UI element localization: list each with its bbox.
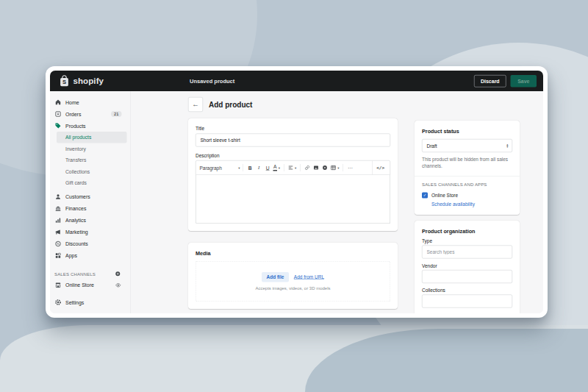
add-sales-channel-icon[interactable] [115,271,121,278]
italic-button[interactable]: I [254,163,263,173]
text-color-swatch [273,170,278,171]
link-icon [304,165,310,171]
product-organization-heading: Product organization [422,228,512,234]
toolbar-divider [343,164,343,171]
sales-channels-apps-header: SALES CHANNELS AND APPS [422,182,512,187]
media-heading: Media [196,250,390,256]
sidebar-item-customers[interactable]: Customers [50,191,131,203]
text-color-button[interactable]: A ▾ [272,163,281,173]
sidebar-item-collections[interactable]: Collections [57,166,127,178]
toolbar-divider [243,164,243,171]
back-button[interactable]: ← [188,97,203,112]
collections-input[interactable] [422,294,512,307]
status-selected-value: Draft [427,143,437,149]
sidebar-item-label: Marketing [65,229,88,235]
chevron-down-icon: ▾ [295,166,296,170]
sidebar-item-home[interactable]: Home [50,96,131,108]
visibility-eye-icon[interactable] [115,282,122,289]
main-content: ← Add product Title Description [131,91,543,313]
alignment-button[interactable]: ▾ [287,163,298,173]
marketing-icon [54,229,62,236]
settings-gear-icon [54,299,62,306]
sidebar-item-all-products[interactable]: All products [57,132,127,143]
online-store-icon [54,282,62,289]
sales-channels-section: SALES CHANNELS [50,270,131,279]
status-select[interactable]: Draft ▴▾ [422,139,512,152]
media-hint: Accepts images, videos, or 3D models [255,285,330,291]
show-html-button[interactable]: </> [372,161,388,175]
sidebar-item-label: Products [65,123,86,129]
status-help-text: This product will be hidden from all sal… [422,156,512,170]
sidebar-item-products[interactable]: Products [50,120,131,132]
products-tag-icon [54,122,62,129]
insert-link-button[interactable] [303,163,312,173]
vendor-input[interactable] [422,270,512,283]
insert-table-button[interactable]: ▾ [329,163,340,173]
sidebar-item-marketing[interactable]: Marketing [50,227,131,238]
media-card: Media Add file Add from URL Accepts imag… [188,243,398,309]
sidebar-item-analytics[interactable]: Analytics [50,215,131,227]
shopify-wordmark: shopify [74,76,104,86]
chevron-down-icon: ▾ [279,166,280,170]
sidebar-item-label: Inventory [65,146,86,152]
page-title: Add product [209,100,252,109]
video-icon [322,165,328,171]
app-window: S shopify Unsaved product Discard Save [46,66,548,318]
sidebar-item-label: Transfers [65,157,86,163]
vendor-label: Vendor [422,263,512,268]
sidebar-item-label: Home [65,99,79,105]
finances-icon [54,205,62,213]
media-dropzone[interactable]: Add file Add from URL Accepts images, vi… [196,261,390,302]
orders-icon [54,110,62,118]
description-label: Description [196,153,390,159]
home-icon [54,99,62,106]
card-divider [415,176,520,177]
topbar-page-title: Unsaved product [190,78,234,85]
image-icon [313,165,319,171]
sidebar-item-discounts[interactable]: Discounts [50,238,131,250]
svg-text:S: S [62,79,66,85]
add-from-url-link[interactable]: Add from URL [294,274,324,280]
add-file-button[interactable]: Add file [262,272,289,282]
discard-button[interactable]: Discard [474,75,506,88]
table-icon [331,165,337,171]
save-button[interactable]: Save [511,75,537,88]
sidebar-item-online-store[interactable]: Online Store [50,279,131,291]
title-input[interactable] [196,134,390,147]
sidebar-item-settings[interactable]: Settings [50,296,131,308]
select-arrows-icon: ▴▾ [506,143,508,148]
insert-video-button[interactable] [320,163,329,173]
page-background: S shopify Unsaved product Discard Save [0,0,588,392]
sidebar-item-apps[interactable]: Apps [50,250,131,262]
sidebar-item-inventory[interactable]: Inventory [57,143,127,155]
sidebar-item-orders[interactable]: Orders 21 [50,108,131,120]
apps-icon [54,252,62,260]
type-input[interactable] [422,245,512,258]
shopify-logo[interactable]: S shopify [59,75,104,87]
description-editor[interactable] [196,175,390,224]
sidebar-item-label: Gift cards [65,180,87,186]
sidebar-item-transfers[interactable]: Transfers [57,154,127,166]
schedule-availability-link[interactable]: Schedule availability [431,202,475,207]
online-store-channel-label: Online Store [431,193,458,199]
paragraph-style-dropdown[interactable]: Paragraph ▾ [200,165,240,171]
sidebar-item-label: Discounts [65,241,88,247]
align-left-icon [287,165,293,171]
more-options-button[interactable]: ⋯ [345,163,354,173]
sidebar-item-label: Finances [65,206,86,212]
richtext-toolbar: Paragraph ▾ B I U A [196,160,390,175]
sidebar-item-label: Analytics [65,218,86,224]
sidebar-item-gift-cards[interactable]: Gift cards [57,177,127,189]
online-store-checkbox[interactable]: ✓ [422,192,428,198]
title-label: Title [196,126,390,132]
chevron-down-icon: ▾ [337,166,339,170]
product-status-heading: Product status [422,128,512,134]
customers-icon [54,193,62,201]
sidebar: Home Orders 21 [50,91,131,313]
insert-image-button[interactable] [312,163,320,173]
bold-button[interactable]: B [245,163,254,173]
collections-label: Collections [422,288,512,293]
sidebar-item-label: All products [65,135,91,140]
sidebar-item-finances[interactable]: Finances [50,203,131,215]
underline-button[interactable]: U [263,163,272,173]
